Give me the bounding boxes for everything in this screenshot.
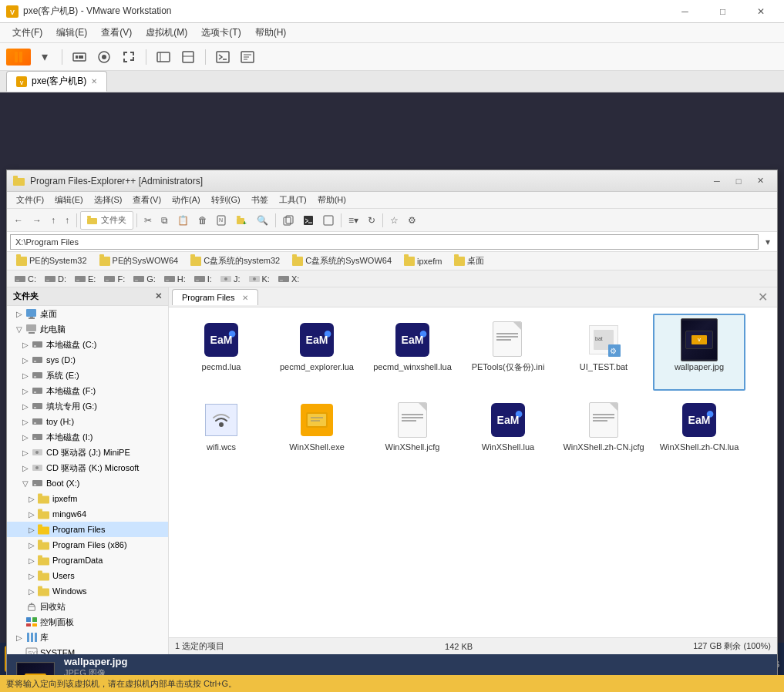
vmware-menu-tab[interactable]: 选项卡(T): [195, 25, 247, 41]
explorer-menu-help[interactable]: 帮助(H): [313, 193, 351, 207]
tree-item-system[interactable]: SYS SYSTEM: [7, 645, 168, 654]
file-wifi-wcs[interactable]: wifi.wcs: [175, 394, 268, 471]
vmware-close-button[interactable]: ✕: [743, 3, 778, 20]
vmware-full-screen-button[interactable]: [118, 46, 140, 68]
nav-up-button[interactable]: ↑: [47, 211, 59, 230]
delete-button[interactable]: 🗑: [194, 211, 211, 230]
tree-item-drive-x[interactable]: ▽ Boot (X:): [7, 475, 168, 491]
expand-program-files[interactable]: ▷: [25, 523, 38, 536]
expand-drive-x[interactable]: ▽: [19, 477, 32, 489]
file-wallpaper-jpg[interactable]: V wallpaper.jpg: [653, 314, 745, 391]
drive-f[interactable]: F:: [101, 273, 127, 285]
nav-back-button[interactable]: ←: [10, 211, 27, 230]
open-cmd-button[interactable]: [299, 211, 318, 230]
expand-drive-f[interactable]: ▷: [19, 385, 32, 397]
drive-c[interactable]: C:: [12, 273, 39, 285]
tree-item-drive-k[interactable]: ▷ CD 驱动器 (K:) Microsoft: [7, 460, 168, 475]
expand-drive-j[interactable]: ▷: [19, 446, 32, 459]
explorer-menu-select[interactable]: 选择(S): [89, 193, 127, 207]
vmware-pause-button[interactable]: [6, 49, 31, 66]
file-uitest-bat[interactable]: bat ⚙ UI_TEST.bat: [557, 314, 650, 391]
file-winxshell-zhcn-jcfg[interactable]: WinXShell.zh-CN.jcfg: [557, 394, 650, 471]
tree-item-mingw64[interactable]: ▷ mingw64: [7, 506, 168, 522]
expand-drive-i[interactable]: ▷: [19, 431, 32, 443]
tree-item-desktop[interactable]: ▷ 桌面: [7, 306, 168, 321]
vmware-more-button[interactable]: [237, 46, 258, 68]
drive-j[interactable]: J:: [217, 273, 243, 285]
file-winxshell-exe[interactable]: WinXShell.exe: [271, 394, 363, 471]
settings-button[interactable]: ⚙: [404, 211, 420, 230]
vmware-suspend-button[interactable]: [177, 46, 199, 68]
fav-c-system32[interactable]: C盘系统的system32: [186, 254, 284, 268]
drive-x[interactable]: X:: [275, 273, 301, 285]
tree-item-control-panel[interactable]: 控制面板: [7, 614, 168, 630]
vm-display-area[interactable]: Program Files-Explorer++ [Administrators…: [0, 92, 784, 692]
explorer-menu-bookmarks[interactable]: 书签: [247, 193, 273, 207]
expand-mingw64[interactable]: ▷: [25, 508, 38, 520]
tree-item-drive-f[interactable]: ▷ 本地磁盘 (F:): [7, 383, 168, 398]
nav-up2-button[interactable]: ↑: [61, 211, 73, 230]
file-pecmd-lua[interactable]: EaM pecmd.lua: [175, 314, 268, 391]
expand-program-files-x86[interactable]: ▷: [25, 539, 38, 551]
vmware-dropdown-button[interactable]: ▾: [34, 46, 56, 68]
file-tab-close-button[interactable]: ✕: [242, 294, 248, 302]
expand-library[interactable]: ▷: [13, 631, 25, 643]
file-winxshell-jcfg[interactable]: WinXShell.jcfg: [366, 394, 459, 471]
tree-item-library[interactable]: ▷ 库: [7, 630, 168, 645]
explorer-maximize-button[interactable]: □: [728, 173, 749, 190]
vmware-menu-vm[interactable]: 虚拟机(M): [140, 25, 193, 41]
vmware-minimize-button[interactable]: ─: [668, 3, 702, 20]
tree-item-ipxefm[interactable]: ▷ ipxefm: [7, 491, 168, 506]
file-pecmd-winxshell-lua[interactable]: EaM pecmd_winxshell.lua: [366, 314, 459, 391]
tree-item-drive-h[interactable]: ▷ toy (H:): [7, 414, 168, 429]
refresh-button[interactable]: ↻: [364, 211, 379, 230]
drive-g[interactable]: G:: [130, 273, 158, 285]
cut-button[interactable]: ✂: [140, 211, 156, 230]
bookmark-button[interactable]: ☆: [386, 211, 402, 230]
expand-programdata[interactable]: ▷: [25, 554, 38, 566]
address-input[interactable]: [10, 234, 759, 250]
expand-desktop[interactable]: ▷: [13, 307, 25, 320]
copy-button[interactable]: ⧉: [157, 211, 172, 230]
explorer-menu-view[interactable]: 查看(V): [128, 193, 166, 207]
vmware-menu-edit[interactable]: 编辑(E): [50, 25, 93, 41]
tree-item-drive-c[interactable]: ▷ 本地磁盘 (C:): [7, 337, 168, 352]
tree-item-drive-g[interactable]: ▷ 填坑专用 (G:): [7, 398, 168, 414]
tree-item-programdata[interactable]: ▷ ProgramData: [7, 553, 168, 568]
expand-users[interactable]: ▷: [25, 569, 38, 582]
folder-toggle-button[interactable]: 文件夹: [80, 211, 133, 230]
drive-i[interactable]: I:: [191, 273, 214, 285]
extra-button[interactable]: [319, 211, 338, 230]
explorer-menu-tools[interactable]: 工具(T): [274, 193, 311, 207]
expand-system[interactable]: [13, 647, 25, 654]
explorer-minimize-button[interactable]: ─: [706, 173, 728, 190]
tree-item-recycle[interactable]: 回收站: [7, 599, 168, 614]
vmware-console-button[interactable]: [212, 46, 234, 68]
expand-drive-d[interactable]: ▷: [19, 354, 32, 366]
drive-h[interactable]: H:: [161, 273, 188, 285]
vmware-maximize-button[interactable]: □: [705, 3, 740, 20]
drive-k[interactable]: K:: [246, 273, 272, 285]
expand-drive-e[interactable]: ▷: [19, 369, 32, 381]
tree-item-drive-i[interactable]: ▷ 本地磁盘 (I:): [7, 429, 168, 445]
fav-pe-syswow64[interactable]: PE的SysWOW64: [95, 254, 183, 268]
file-pecmd-explorer-lua[interactable]: EaM pecmd_explorer.lua: [271, 314, 363, 391]
fav-pe-system32[interactable]: PE的System32: [12, 254, 92, 268]
newfolder-button[interactable]: +: [233, 211, 251, 230]
file-tab-program-files[interactable]: Program Files ✕: [172, 289, 258, 305]
vmware-menu-file[interactable]: 文件(F): [6, 25, 49, 41]
vmware-settings-button[interactable]: [153, 46, 174, 68]
file-winxshell-lua[interactable]: EaM WinXShell.lua: [462, 394, 554, 471]
explorer-menu-action[interactable]: 动作(A): [167, 193, 205, 207]
expand-drive-g[interactable]: ▷: [19, 400, 32, 412]
vmware-send-ctrl-alt-del[interactable]: [69, 46, 90, 68]
tree-item-program-files-x86[interactable]: ▷ Program Files (x86): [7, 537, 168, 553]
view-dropdown-button[interactable]: ≡▾: [345, 211, 362, 230]
address-go-button[interactable]: ▾: [762, 233, 774, 251]
vmware-menu-view[interactable]: 查看(V): [95, 25, 138, 41]
expand-control-panel[interactable]: [13, 616, 25, 628]
fav-desktop[interactable]: 桌面: [449, 254, 489, 268]
file-winxshell-zhcn-lua[interactable]: EaM WinXShell.zh-CN.lua: [653, 394, 745, 471]
vmware-tab-close[interactable]: ✕: [91, 77, 97, 86]
expand-drive-h[interactable]: ▷: [19, 415, 32, 428]
